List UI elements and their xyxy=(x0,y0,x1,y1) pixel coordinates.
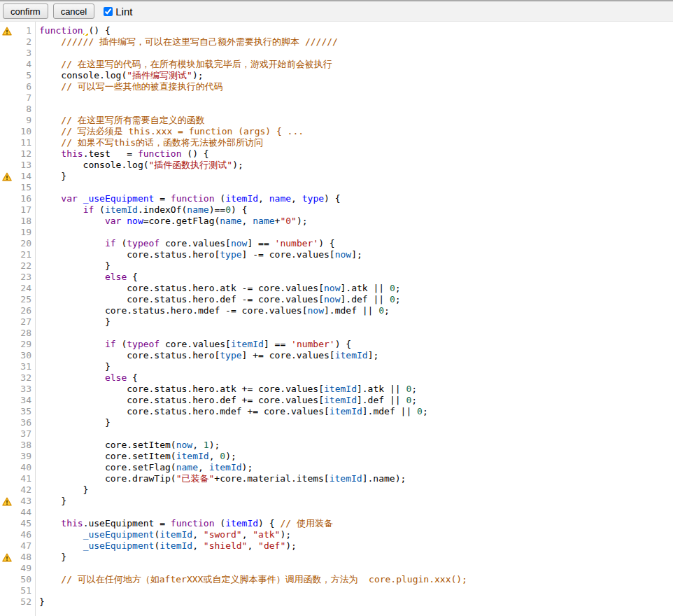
code-line[interactable]: 6 // 可以写一些其他的被直接执行的代码 xyxy=(0,81,673,92)
line-number: 43 xyxy=(14,496,31,507)
code-text: } xyxy=(31,171,66,182)
code-line[interactable]: 35 core.status.hero.mdef += core.values[… xyxy=(0,406,673,417)
line-number: 32 xyxy=(14,372,31,384)
code-line[interactable]: 47 _useEquipment(itemId, "shield", "def"… xyxy=(0,540,673,552)
code-line[interactable]: 22 } xyxy=(0,260,673,272)
lint-warning-icon[interactable] xyxy=(0,552,14,563)
confirm-button[interactable]: confirm xyxy=(3,4,48,19)
code-line[interactable]: 23 else { xyxy=(0,272,673,283)
code-line[interactable]: 42 } xyxy=(0,484,673,496)
line-number: 11 xyxy=(14,137,31,148)
line-number: 10 xyxy=(14,126,31,137)
code-text: else { xyxy=(31,372,138,384)
gutter-marker xyxy=(0,484,14,496)
code-line[interactable]: 9 // 在这里写所有需要自定义的函数 xyxy=(0,115,673,126)
gutter-marker xyxy=(0,160,14,171)
code-line[interactable]: 28 xyxy=(0,328,673,339)
code-text: core.status.hero.def -= core.values[now]… xyxy=(31,294,401,305)
code-text: var _useEquipment = function (itemId, na… xyxy=(31,193,341,204)
gutter-marker xyxy=(0,316,14,328)
gutter-marker xyxy=(0,260,14,272)
code-line[interactable]: 33 core.status.hero.atk += core.values[i… xyxy=(0,384,673,395)
code-line[interactable]: 34 core.status.hero.def += core.values[i… xyxy=(0,395,673,406)
cancel-button[interactable]: cancel xyxy=(53,4,95,19)
line-number: 33 xyxy=(14,384,31,395)
code-line[interactable]: 43 } xyxy=(0,496,673,507)
code-line[interactable]: 4 // 在这里写的代码，在所有模块加载完毕后，游戏开始前会被执行 xyxy=(0,59,673,70)
code-line[interactable]: 16 var _useEquipment = function (itemId,… xyxy=(0,193,673,204)
code-text: // 可以写一些其他的被直接执行的代码 xyxy=(31,81,223,92)
gutter-marker xyxy=(0,574,14,585)
gutter-marker xyxy=(0,148,14,160)
code-line[interactable]: 48 } xyxy=(0,552,673,563)
code-line[interactable]: 17 if (itemId.indexOf(name)==0) { xyxy=(0,204,673,216)
code-line[interactable]: 51 xyxy=(0,585,673,596)
code-line[interactable]: 37 xyxy=(0,428,673,440)
code-line[interactable]: 44 xyxy=(0,507,673,518)
gutter-marker xyxy=(0,59,14,70)
gutter-marker xyxy=(0,596,14,608)
code-line[interactable]: 50 // 可以在任何地方（如afterXXX或自定义脚本事件）调用函数，方法为… xyxy=(0,574,673,585)
code-line[interactable]: 21 core.status.hero[type] -= core.values… xyxy=(0,249,673,260)
code-line[interactable]: 20 if (typeof core.values[now] == 'numbe… xyxy=(0,238,673,249)
code-text xyxy=(31,104,39,115)
code-line[interactable]: 30 core.status.hero[type] += core.values… xyxy=(0,350,673,361)
gutter-marker xyxy=(0,104,14,115)
line-number: 3 xyxy=(14,48,31,59)
code-line[interactable]: 36 } xyxy=(0,417,673,428)
code-line[interactable]: 1function () { xyxy=(0,25,673,36)
code-line[interactable]: 46 _useEquipment(itemId, "sword", "atk")… xyxy=(0,529,673,540)
lint-warning-icon[interactable] xyxy=(0,496,14,507)
code-line[interactable]: 29 if (typeof core.values[itemId] == 'nu… xyxy=(0,339,673,350)
line-number: 42 xyxy=(14,484,31,496)
code-text: // 可以在任何地方（如afterXXX或自定义脚本事件）调用函数，方法为 co… xyxy=(31,574,467,585)
code-line[interactable]: 5 console.log("插件编写测试"); xyxy=(0,70,673,81)
code-line[interactable]: 12 this.test = function () { xyxy=(0,148,673,160)
line-number: 25 xyxy=(14,294,31,305)
code-line[interactable]: 52} xyxy=(0,596,673,608)
code-text: console.log("插件函数执行测试"); xyxy=(31,160,243,171)
code-line[interactable]: 49 xyxy=(0,563,673,574)
gutter-marker xyxy=(0,238,14,249)
code-line[interactable]: 10 // 写法必须是 this.xxx = function (args) {… xyxy=(0,126,673,137)
lint-warning-icon[interactable] xyxy=(0,171,14,182)
code-line[interactable]: 15 xyxy=(0,182,673,193)
code-line[interactable]: 40 core.setFlag(name, itemId); xyxy=(0,462,673,473)
code-line[interactable]: 18 var now=core.getFlag(name, name+"0"); xyxy=(0,216,673,227)
lint-warning-icon[interactable] xyxy=(0,25,14,36)
code-line[interactable]: 45 this.useEquipment = function (itemId)… xyxy=(0,518,673,529)
gutter-marker xyxy=(0,81,14,92)
code-line[interactable]: 14 } xyxy=(0,171,673,182)
line-number: 9 xyxy=(14,115,31,126)
code-text xyxy=(31,227,39,238)
line-number: 7 xyxy=(14,92,31,104)
code-text: if (typeof core.values[itemId] == 'numbe… xyxy=(31,339,351,350)
code-line[interactable]: 11 // 如果不写this的话，函数将无法被外部所访问 xyxy=(0,137,673,148)
line-number: 16 xyxy=(14,193,31,204)
code-line[interactable]: 3 xyxy=(0,48,673,59)
gutter-marker xyxy=(0,216,14,227)
code-line[interactable]: 27 } xyxy=(0,316,673,328)
code-line[interactable]: 19 xyxy=(0,227,673,238)
code-editor[interactable]: 1function () {2 ////// 插件编写，可以在这里写自己额外需要… xyxy=(0,22,673,616)
code-text: core.status.hero.mdef -= core.values[now… xyxy=(31,305,390,316)
code-line[interactable]: 26 core.status.hero.mdef -= core.values[… xyxy=(0,305,673,316)
code-line[interactable]: 8 xyxy=(0,104,673,115)
gutter-marker xyxy=(0,395,14,406)
line-number: 40 xyxy=(14,462,31,473)
code-line[interactable]: 32 else { xyxy=(0,372,673,384)
line-number: 13 xyxy=(14,160,31,171)
code-text: } xyxy=(31,484,88,496)
code-text xyxy=(31,585,39,596)
code-line[interactable]: 38 core.setItem(now, 1); xyxy=(0,440,673,451)
code-line[interactable]: 24 core.status.hero.atk -= core.values[n… xyxy=(0,283,673,294)
code-line[interactable]: 13 console.log("插件函数执行测试"); xyxy=(0,160,673,171)
code-line[interactable]: 7 xyxy=(0,92,673,104)
code-line[interactable]: 39 core.setItem(itemId, 0); xyxy=(0,451,673,462)
lint-checkbox[interactable] xyxy=(104,7,113,16)
code-line[interactable]: 31 } xyxy=(0,361,673,372)
code-line[interactable]: 41 core.drawTip("已装备"+core.material.item… xyxy=(0,473,673,484)
code-line[interactable]: 2 ////// 插件编写，可以在这里写自己额外需要执行的脚本 ////// xyxy=(0,36,673,48)
code-line[interactable]: 25 core.status.hero.def -= core.values[n… xyxy=(0,294,673,305)
code-text: core.status.hero.mdef += core.values[ite… xyxy=(31,406,428,417)
